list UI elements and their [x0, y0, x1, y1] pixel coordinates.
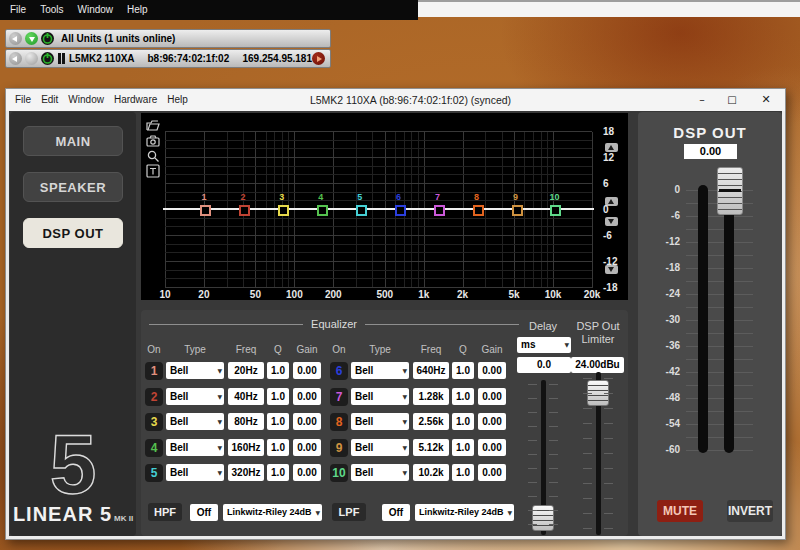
scale-up-icon[interactable] — [605, 143, 618, 152]
eq-q-field-8[interactable]: 1.0 — [452, 413, 474, 430]
sidebar-button-dsp-out[interactable]: DSP OUT — [23, 218, 123, 248]
eq-gain-field-10[interactable]: 0.00 — [478, 464, 506, 481]
device-menu-tools[interactable]: Tools — [40, 0, 63, 20]
power-icon[interactable] — [41, 52, 54, 65]
plot-area[interactable]: 12345678910 — [165, 132, 592, 288]
eq-band-toggle-9[interactable]: 9 — [330, 439, 348, 457]
hpf-filter-select[interactable]: Linkwitz-Riley 24dB — [223, 504, 322, 521]
eq-marker-2[interactable] — [239, 205, 250, 216]
eq-freq-field-5[interactable]: 320Hz — [228, 464, 264, 481]
eq-q-field-6[interactable]: 1.0 — [452, 362, 474, 379]
back-icon[interactable] — [9, 32, 22, 45]
device-menu-window[interactable]: Window — [77, 0, 113, 20]
export-icon[interactable] — [146, 119, 160, 133]
eq-marker-3[interactable] — [278, 205, 289, 216]
eq-type-select-5[interactable]: Bell — [166, 464, 224, 481]
eq-q-field-9[interactable]: 1.0 — [452, 439, 474, 456]
minimize-button[interactable]: – — [691, 89, 713, 111]
eq-gain-field-7[interactable]: 0.00 — [478, 388, 506, 405]
hpf-button[interactable]: HPF — [148, 503, 182, 521]
eq-freq-field-8[interactable]: 2.56k — [413, 413, 449, 430]
eq-band-toggle-4[interactable]: 4 — [145, 439, 163, 457]
eq-marker-6[interactable] — [395, 205, 406, 216]
gain-down-icon[interactable] — [605, 217, 618, 226]
eq-marker-7[interactable] — [434, 205, 445, 216]
lpf-button[interactable]: LPF — [332, 503, 366, 521]
delay-value-field[interactable]: 0.0 — [517, 357, 571, 373]
eq-q-field-1[interactable]: 1.0 — [267, 362, 289, 379]
eq-type-select-6[interactable]: Bell — [351, 362, 409, 379]
eq-band-toggle-8[interactable]: 8 — [330, 413, 348, 431]
eq-freq-field-3[interactable]: 80Hz — [228, 413, 264, 430]
eq-type-select-1[interactable]: Bell — [166, 362, 224, 379]
eq-type-select-2[interactable]: Bell — [166, 388, 224, 405]
power-icon[interactable] — [41, 32, 54, 45]
text-tool-icon[interactable] — [146, 164, 160, 178]
limiter-value-field[interactable]: 24.00dBu — [571, 357, 624, 373]
invert-button[interactable]: INVERT — [727, 500, 773, 522]
eq-freq-field-1[interactable]: 20Hz — [228, 362, 264, 379]
eq-freq-field-7[interactable]: 1.28k — [413, 388, 449, 405]
collapse-icon[interactable] — [25, 32, 38, 45]
eq-q-field-5[interactable]: 1.0 — [267, 464, 289, 481]
eq-q-field-4[interactable]: 1.0 — [267, 439, 289, 456]
main-menu-file[interactable]: File — [15, 89, 31, 111]
eq-type-select-7[interactable]: Bell — [351, 388, 409, 405]
eq-freq-field-2[interactable]: 40Hz — [228, 388, 264, 405]
sidebar-button-main[interactable]: MAIN — [23, 126, 123, 156]
lpf-filter-select[interactable]: Linkwitz-Riley 24dB — [415, 504, 514, 521]
go-icon[interactable] — [312, 52, 325, 65]
eq-gain-field-1[interactable]: 0.00 — [293, 362, 321, 379]
title-bar[interactable]: FileEditWindowHardwareHelp L5MK2 110XA (… — [6, 89, 785, 111]
eq-type-select-3[interactable]: Bell — [166, 413, 224, 430]
eq-type-select-9[interactable]: Bell — [351, 439, 409, 456]
dsp-out-fader-handle[interactable] — [717, 167, 743, 215]
eq-gain-field-2[interactable]: 0.00 — [293, 388, 321, 405]
eq-q-field-7[interactable]: 1.0 — [452, 388, 474, 405]
mute-button[interactable]: MUTE — [657, 500, 703, 522]
device-menu-help[interactable]: Help — [127, 0, 148, 20]
delay-slider[interactable] — [528, 380, 558, 535]
eq-freq-field-9[interactable]: 5.12k — [413, 439, 449, 456]
camera-icon[interactable] — [146, 134, 160, 148]
device-row-unit[interactable]: L5MK2 110XA b8:96:74:02:1f:02 169.254.95… — [5, 49, 331, 68]
eq-marker-5[interactable] — [356, 205, 367, 216]
eq-type-select-4[interactable]: Bell — [166, 439, 224, 456]
eq-band-toggle-2[interactable]: 2 — [145, 388, 163, 406]
limiter-slider[interactable] — [583, 372, 613, 535]
eq-band-toggle-3[interactable]: 3 — [145, 413, 163, 431]
eq-gain-field-9[interactable]: 0.00 — [478, 439, 506, 456]
eq-marker-10[interactable] — [550, 205, 561, 216]
eq-band-toggle-6[interactable]: 6 — [330, 362, 348, 380]
eq-q-field-10[interactable]: 1.0 — [452, 464, 474, 481]
delay-unit-select[interactable]: ms — [517, 337, 571, 353]
main-menu-hardware[interactable]: Hardware — [114, 89, 157, 111]
back-icon[interactable] — [9, 52, 22, 65]
lpf-mode-field[interactable]: Off — [382, 504, 410, 521]
eq-type-select-10[interactable]: Bell — [351, 464, 409, 481]
device-menu-file[interactable]: File — [10, 0, 26, 20]
main-menu-window[interactable]: Window — [68, 89, 104, 111]
dsp-out-value-field[interactable]: 0.00 — [684, 144, 737, 159]
zoom-icon[interactable] — [146, 149, 160, 163]
eq-marker-4[interactable] — [317, 205, 328, 216]
eq-marker-8[interactable] — [473, 205, 484, 216]
eq-q-field-3[interactable]: 1.0 — [267, 413, 289, 430]
eq-band-toggle-1[interactable]: 1 — [145, 362, 163, 380]
eq-gain-field-8[interactable]: 0.00 — [478, 413, 506, 430]
close-button[interactable]: ✕ — [755, 89, 777, 111]
eq-type-select-8[interactable]: Bell — [351, 413, 409, 430]
main-menu-edit[interactable]: Edit — [41, 89, 58, 111]
eq-gain-field-4[interactable]: 0.00 — [293, 439, 321, 456]
eq-freq-field-6[interactable]: 640Hz — [413, 362, 449, 379]
eq-gain-field-3[interactable]: 0.00 — [293, 413, 321, 430]
eq-band-toggle-5[interactable]: 5 — [145, 464, 163, 482]
eq-q-field-2[interactable]: 1.0 — [267, 388, 289, 405]
eq-freq-field-10[interactable]: 10.2k — [413, 464, 449, 481]
eq-gain-field-5[interactable]: 0.00 — [293, 464, 321, 481]
sidebar-button-speaker[interactable]: SPEAKER — [23, 172, 123, 202]
eq-gain-field-6[interactable]: 0.00 — [478, 362, 506, 379]
eq-band-toggle-7[interactable]: 7 — [330, 388, 348, 406]
eq-freq-field-4[interactable]: 160Hz — [228, 439, 264, 456]
maximize-button[interactable]: □ — [721, 89, 743, 111]
